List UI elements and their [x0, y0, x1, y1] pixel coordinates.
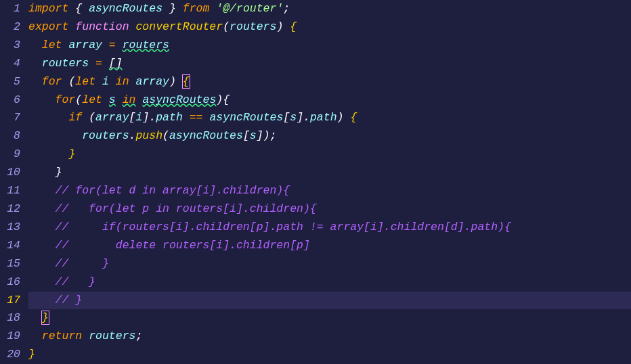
line-number-active: 17: [0, 292, 20, 310]
line-number: 1: [0, 0, 20, 18]
line-number: 20: [0, 346, 20, 364]
line-number: 9: [0, 145, 20, 164]
line-number: 12: [0, 200, 20, 219]
code-line[interactable]: }: [28, 145, 631, 164]
line-number: 5: [0, 73, 20, 91]
line-number-gutter: 1 2 3 4 5 6 7 8 9 10 11 12 13 14 15 16 1…: [0, 0, 28, 364]
line-number: 10: [0, 164, 20, 182]
code-line[interactable]: // for(let d in array[i].children){: [28, 182, 631, 200]
line-number: 2: [0, 18, 20, 37]
line-number: 7: [0, 109, 20, 127]
line-number: 4: [0, 55, 20, 73]
line-number: 11: [0, 182, 20, 200]
code-line[interactable]: }: [28, 346, 631, 364]
code-editor[interactable]: 1 2 3 4 5 6 7 8 9 10 11 12 13 14 15 16 1…: [0, 0, 631, 364]
line-number: 18: [0, 309, 20, 327]
line-number: 14: [0, 237, 20, 255]
line-number: 6: [0, 91, 20, 110]
code-line[interactable]: for(let s in asyncRoutes){: [28, 91, 631, 110]
line-number: 19: [0, 327, 20, 346]
code-line[interactable]: for (let i in array) {: [28, 73, 631, 91]
code-line[interactable]: export function convertRouter(routers) {: [28, 18, 631, 37]
line-number: 3: [0, 37, 20, 55]
line-number: 13: [0, 219, 20, 237]
code-line[interactable]: if (array[i].path == asyncRoutes[s].path…: [28, 109, 631, 127]
line-number: 16: [0, 273, 20, 292]
line-number: 15: [0, 255, 20, 273]
line-number: 8: [0, 127, 20, 145]
code-area[interactable]: import { asyncRoutes } from '@/router'; …: [28, 0, 631, 364]
code-line[interactable]: // for(let p in routers[i].children){: [28, 200, 631, 219]
code-line[interactable]: }: [28, 164, 631, 182]
code-line[interactable]: // }: [28, 273, 631, 292]
code-line[interactable]: return routers;: [28, 327, 631, 346]
code-line[interactable]: }: [28, 309, 631, 327]
code-line[interactable]: routers = []: [28, 55, 631, 73]
code-line[interactable]: // delete routers[i].children[p]: [28, 237, 631, 255]
code-line-active[interactable]: // }: [28, 292, 631, 310]
code-line[interactable]: // }: [28, 255, 631, 273]
code-line[interactable]: // if(routers[i].children[p].path != arr…: [28, 219, 631, 237]
code-line[interactable]: routers.push(asyncRoutes[s]);: [28, 127, 631, 145]
code-line[interactable]: let array = routers: [28, 37, 631, 55]
code-line[interactable]: import { asyncRoutes } from '@/router';: [28, 0, 631, 18]
